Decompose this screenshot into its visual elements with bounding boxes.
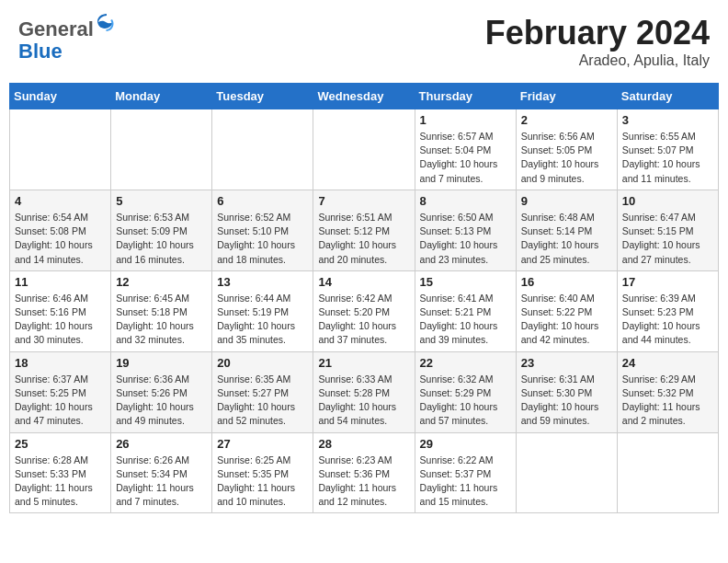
day-info: Sunrise: 6:55 AMSunset: 5:07 PMDaylight:… bbox=[622, 130, 713, 186]
day-info: Sunrise: 6:32 AMSunset: 5:29 PMDaylight:… bbox=[420, 373, 511, 429]
day-info: Sunrise: 6:45 AMSunset: 5:18 PMDaylight:… bbox=[116, 292, 207, 348]
calendar-cell bbox=[10, 109, 111, 190]
week-row-5: 25Sunrise: 6:28 AMSunset: 5:33 PMDayligh… bbox=[10, 432, 719, 513]
calendar-cell: 5Sunrise: 6:53 AMSunset: 5:09 PMDaylight… bbox=[111, 190, 212, 270]
weekday-header-row: SundayMondayTuesdayWednesdayThursdayFrid… bbox=[10, 84, 719, 109]
calendar-table: SundayMondayTuesdayWednesdayThursdayFrid… bbox=[9, 83, 719, 513]
day-number: 6 bbox=[217, 194, 308, 208]
day-number: 12 bbox=[116, 275, 207, 289]
calendar-cell: 24Sunrise: 6:29 AMSunset: 5:32 PMDayligh… bbox=[617, 351, 718, 432]
calendar-cell: 12Sunrise: 6:45 AMSunset: 5:18 PMDayligh… bbox=[111, 270, 212, 351]
day-number: 16 bbox=[521, 275, 612, 289]
calendar-cell: 22Sunrise: 6:32 AMSunset: 5:29 PMDayligh… bbox=[415, 351, 516, 432]
calendar-cell: 8Sunrise: 6:50 AMSunset: 5:13 PMDaylight… bbox=[415, 190, 516, 270]
day-info: Sunrise: 6:31 AMSunset: 5:30 PMDaylight:… bbox=[521, 373, 612, 429]
day-info: Sunrise: 6:28 AMSunset: 5:33 PMDaylight:… bbox=[15, 454, 106, 510]
day-info: Sunrise: 6:25 AMSunset: 5:35 PMDaylight:… bbox=[217, 454, 308, 510]
day-info: Sunrise: 6:33 AMSunset: 5:28 PMDaylight:… bbox=[318, 373, 409, 429]
day-number: 27 bbox=[217, 437, 308, 451]
calendar-cell: 1Sunrise: 6:57 AMSunset: 5:04 PMDaylight… bbox=[415, 109, 516, 190]
day-info: Sunrise: 6:42 AMSunset: 5:20 PMDaylight:… bbox=[318, 292, 409, 348]
week-row-1: 1Sunrise: 6:57 AMSunset: 5:04 PMDaylight… bbox=[10, 109, 719, 190]
calendar-cell bbox=[212, 109, 313, 190]
calendar-cell bbox=[313, 109, 415, 190]
calendar-cell: 20Sunrise: 6:35 AMSunset: 5:27 PMDayligh… bbox=[212, 351, 313, 432]
day-number: 3 bbox=[622, 113, 713, 127]
day-number: 2 bbox=[521, 113, 612, 127]
calendar-cell: 2Sunrise: 6:56 AMSunset: 5:05 PMDaylight… bbox=[516, 109, 617, 190]
day-number: 19 bbox=[116, 356, 207, 370]
calendar-cell: 10Sunrise: 6:47 AMSunset: 5:15 PMDayligh… bbox=[617, 190, 718, 270]
weekday-header-wednesday: Wednesday bbox=[313, 84, 415, 109]
calendar-cell: 14Sunrise: 6:42 AMSunset: 5:20 PMDayligh… bbox=[313, 270, 415, 351]
calendar-cell: 25Sunrise: 6:28 AMSunset: 5:33 PMDayligh… bbox=[10, 432, 111, 513]
day-info: Sunrise: 6:51 AMSunset: 5:12 PMDaylight:… bbox=[318, 211, 409, 267]
calendar-cell: 6Sunrise: 6:52 AMSunset: 5:10 PMDaylight… bbox=[212, 190, 313, 270]
day-info: Sunrise: 6:39 AMSunset: 5:23 PMDaylight:… bbox=[622, 292, 713, 348]
page-header: General Blue February 2024 Aradeo, Apuli… bbox=[9, 9, 719, 74]
day-info: Sunrise: 6:37 AMSunset: 5:25 PMDaylight:… bbox=[15, 373, 106, 429]
day-number: 25 bbox=[15, 437, 106, 451]
calendar-cell: 13Sunrise: 6:44 AMSunset: 5:19 PMDayligh… bbox=[212, 270, 313, 351]
calendar-cell: 19Sunrise: 6:36 AMSunset: 5:26 PMDayligh… bbox=[111, 351, 212, 432]
day-number: 8 bbox=[420, 194, 511, 208]
calendar-cell: 3Sunrise: 6:55 AMSunset: 5:07 PMDaylight… bbox=[617, 109, 718, 190]
day-number: 26 bbox=[116, 437, 207, 451]
weekday-header-friday: Friday bbox=[516, 84, 617, 109]
day-info: Sunrise: 6:46 AMSunset: 5:16 PMDaylight:… bbox=[15, 292, 106, 348]
logo: General Blue bbox=[18, 14, 118, 63]
calendar-cell: 11Sunrise: 6:46 AMSunset: 5:16 PMDayligh… bbox=[10, 270, 111, 351]
calendar-cell: 9Sunrise: 6:48 AMSunset: 5:14 PMDaylight… bbox=[516, 190, 617, 270]
logo-blue: Blue bbox=[18, 40, 63, 63]
calendar-body: 1Sunrise: 6:57 AMSunset: 5:04 PMDaylight… bbox=[10, 109, 719, 513]
day-number: 18 bbox=[15, 356, 106, 370]
weekday-header-monday: Monday bbox=[111, 84, 212, 109]
day-info: Sunrise: 6:57 AMSunset: 5:04 PMDaylight:… bbox=[420, 130, 511, 186]
day-info: Sunrise: 6:36 AMSunset: 5:26 PMDaylight:… bbox=[116, 373, 207, 429]
week-row-3: 11Sunrise: 6:46 AMSunset: 5:16 PMDayligh… bbox=[10, 270, 719, 351]
week-row-2: 4Sunrise: 6:54 AMSunset: 5:08 PMDaylight… bbox=[10, 190, 719, 270]
day-number: 22 bbox=[420, 356, 511, 370]
day-number: 28 bbox=[318, 437, 409, 451]
logo-icon bbox=[96, 14, 118, 36]
weekday-header-sunday: Sunday bbox=[10, 84, 111, 109]
calendar-cell: 26Sunrise: 6:26 AMSunset: 5:34 PMDayligh… bbox=[111, 432, 212, 513]
calendar-cell: 4Sunrise: 6:54 AMSunset: 5:08 PMDaylight… bbox=[10, 190, 111, 270]
day-number: 4 bbox=[15, 194, 106, 208]
calendar-cell bbox=[516, 432, 617, 513]
month-title: February 2024 bbox=[485, 14, 710, 52]
day-number: 11 bbox=[15, 275, 106, 289]
day-number: 9 bbox=[521, 194, 612, 208]
day-info: Sunrise: 6:26 AMSunset: 5:34 PMDaylight:… bbox=[116, 454, 207, 510]
title-section: February 2024 Aradeo, Apulia, Italy bbox=[485, 14, 710, 69]
day-info: Sunrise: 6:22 AMSunset: 5:37 PMDaylight:… bbox=[420, 454, 511, 510]
day-info: Sunrise: 6:50 AMSunset: 5:13 PMDaylight:… bbox=[420, 211, 511, 267]
weekday-header-tuesday: Tuesday bbox=[212, 84, 313, 109]
weekday-header-thursday: Thursday bbox=[415, 84, 516, 109]
day-number: 13 bbox=[217, 275, 308, 289]
day-number: 20 bbox=[217, 356, 308, 370]
day-number: 24 bbox=[622, 356, 713, 370]
week-row-4: 18Sunrise: 6:37 AMSunset: 5:25 PMDayligh… bbox=[10, 351, 719, 432]
calendar-cell bbox=[617, 432, 718, 513]
day-info: Sunrise: 6:44 AMSunset: 5:19 PMDaylight:… bbox=[217, 292, 308, 348]
day-info: Sunrise: 6:40 AMSunset: 5:22 PMDaylight:… bbox=[521, 292, 612, 348]
calendar-cell: 7Sunrise: 6:51 AMSunset: 5:12 PMDaylight… bbox=[313, 190, 415, 270]
day-number: 29 bbox=[420, 437, 511, 451]
calendar-cell: 18Sunrise: 6:37 AMSunset: 5:25 PMDayligh… bbox=[10, 351, 111, 432]
calendar-cell: 17Sunrise: 6:39 AMSunset: 5:23 PMDayligh… bbox=[617, 270, 718, 351]
day-info: Sunrise: 6:23 AMSunset: 5:36 PMDaylight:… bbox=[318, 454, 409, 510]
calendar-cell: 16Sunrise: 6:40 AMSunset: 5:22 PMDayligh… bbox=[516, 270, 617, 351]
day-number: 23 bbox=[521, 356, 612, 370]
day-number: 10 bbox=[622, 194, 713, 208]
day-info: Sunrise: 6:53 AMSunset: 5:09 PMDaylight:… bbox=[116, 211, 207, 267]
day-info: Sunrise: 6:54 AMSunset: 5:08 PMDaylight:… bbox=[15, 211, 106, 267]
day-number: 5 bbox=[116, 194, 207, 208]
day-info: Sunrise: 6:29 AMSunset: 5:32 PMDaylight:… bbox=[622, 373, 713, 429]
calendar-cell: 21Sunrise: 6:33 AMSunset: 5:28 PMDayligh… bbox=[313, 351, 415, 432]
calendar-cell: 15Sunrise: 6:41 AMSunset: 5:21 PMDayligh… bbox=[415, 270, 516, 351]
calendar-cell: 27Sunrise: 6:25 AMSunset: 5:35 PMDayligh… bbox=[212, 432, 313, 513]
calendar-cell bbox=[111, 109, 212, 190]
day-info: Sunrise: 6:47 AMSunset: 5:15 PMDaylight:… bbox=[622, 211, 713, 267]
calendar-cell: 28Sunrise: 6:23 AMSunset: 5:36 PMDayligh… bbox=[313, 432, 415, 513]
